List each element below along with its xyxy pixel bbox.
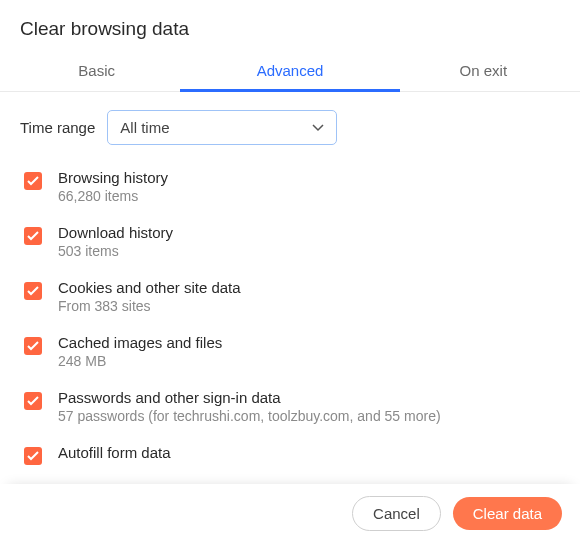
tab-advanced[interactable]: Advanced xyxy=(193,54,386,91)
content-area: Time range All time Browsing history 66,… xyxy=(0,92,580,542)
item-sub: 248 MB xyxy=(58,353,222,369)
item-sub: 503 items xyxy=(58,243,173,259)
checkbox-passwords[interactable] xyxy=(24,392,42,410)
dialog-footer: Cancel Clear data xyxy=(0,484,580,542)
item-sub: 57 passwords (for techrushi.com, toolzbu… xyxy=(58,408,441,424)
chevron-down-icon xyxy=(312,124,324,132)
item-title: Autofill form data xyxy=(58,444,171,461)
clear-browsing-data-dialog: Clear browsing data Basic Advanced On ex… xyxy=(0,0,580,542)
time-range-row: Time range All time xyxy=(20,110,560,145)
time-range-value: All time xyxy=(120,119,169,136)
checkbox-download-history[interactable] xyxy=(24,227,42,245)
checkbox-autofill[interactable] xyxy=(24,447,42,465)
item-autofill: Autofill form data xyxy=(24,444,560,465)
tab-label: Advanced xyxy=(257,62,324,79)
item-title: Cached images and files xyxy=(58,334,222,351)
item-title: Browsing history xyxy=(58,169,168,186)
item-passwords: Passwords and other sign-in data 57 pass… xyxy=(24,389,560,424)
dialog-title: Clear browsing data xyxy=(0,0,580,54)
checkbox-cached[interactable] xyxy=(24,337,42,355)
item-sub: 66,280 items xyxy=(58,188,168,204)
time-range-select[interactable]: All time xyxy=(107,110,337,145)
item-sub: From 383 sites xyxy=(58,298,241,314)
tab-label: On exit xyxy=(460,62,508,79)
time-range-label: Time range xyxy=(20,119,95,136)
tab-onexit[interactable]: On exit xyxy=(387,54,580,91)
checkbox-cookies[interactable] xyxy=(24,282,42,300)
item-cookies: Cookies and other site data From 383 sit… xyxy=(24,279,560,314)
item-browsing-history: Browsing history 66,280 items xyxy=(24,169,560,204)
tabs: Basic Advanced On exit xyxy=(0,54,580,92)
item-download-history: Download history 503 items xyxy=(24,224,560,259)
clear-data-button[interactable]: Clear data xyxy=(453,497,562,530)
item-text: Download history 503 items xyxy=(58,224,173,259)
item-text: Browsing history 66,280 items xyxy=(58,169,168,204)
item-text: Cookies and other site data From 383 sit… xyxy=(58,279,241,314)
item-text: Passwords and other sign-in data 57 pass… xyxy=(58,389,441,424)
item-text: Cached images and files 248 MB xyxy=(58,334,222,369)
tab-basic[interactable]: Basic xyxy=(0,54,193,91)
item-title: Passwords and other sign-in data xyxy=(58,389,441,406)
item-title: Cookies and other site data xyxy=(58,279,241,296)
cancel-button[interactable]: Cancel xyxy=(352,496,441,531)
tab-label: Basic xyxy=(78,62,115,79)
item-cached: Cached images and files 248 MB xyxy=(24,334,560,369)
checkbox-browsing-history[interactable] xyxy=(24,172,42,190)
data-type-list: Browsing history 66,280 items Download h… xyxy=(20,169,560,455)
item-text: Autofill form data xyxy=(58,444,171,461)
item-title: Download history xyxy=(58,224,173,241)
